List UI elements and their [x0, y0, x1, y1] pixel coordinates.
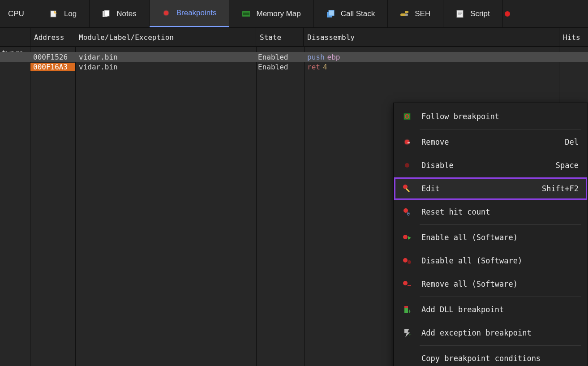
cpu-target-icon — [401, 111, 413, 122]
breakpoint-rows: 000F1526 vidar.bin Enabled pushebp 000F1… — [0, 52, 588, 72]
col-hits[interactable]: Hits — [559, 28, 588, 46]
enable-all-icon — [401, 232, 413, 243]
bp-disassembly: pushebp — [304, 53, 559, 61]
svg-rect-10 — [405, 11, 408, 13]
notes-icon — [102, 10, 110, 18]
ctx-shortcut: Space — [556, 161, 579, 170]
bp-module: vidar.bin — [75, 53, 256, 61]
breakpoint-icon — [162, 9, 170, 17]
svg-rect-0 — [51, 11, 56, 17]
svg-rect-26 — [408, 285, 411, 286]
ctx-reset-hit-count[interactable]: 0 Reset hit count — [394, 200, 588, 224]
ctx-add-dll-breakpoint[interactable]: + Add DLL breakpoint — [394, 298, 588, 321]
ctx-copy-conditions[interactable]: Copy breakpoint conditions — [394, 347, 588, 366]
seh-icon — [400, 10, 408, 18]
col-state[interactable]: State — [256, 28, 304, 46]
main-tabbar: CPU Log Notes Breakpoints Memory Map Cal… — [0, 0, 588, 28]
svg-rect-19 — [406, 188, 410, 192]
tab-cpu-label: CPU — [8, 9, 24, 18]
bp-state: Enabled — [256, 53, 304, 61]
tab-log[interactable]: Log — [37, 0, 90, 27]
disable-all-icon — [401, 255, 413, 266]
svg-point-25 — [403, 281, 408, 285]
svg-point-15 — [505, 11, 510, 17]
svg-point-9 — [405, 13, 408, 16]
col-module[interactable]: Module/Label/Exception — [75, 28, 256, 46]
remove-all-icon — [401, 279, 413, 289]
tab-notes[interactable]: Notes — [90, 0, 149, 27]
reset-count-icon: 0 — [401, 207, 413, 217]
tab-memory-map-label: Memory Map — [256, 9, 300, 18]
tab-call-stack[interactable]: Call Stack — [314, 0, 388, 27]
svg-rect-7 — [329, 10, 334, 16]
ctx-shortcut: Del — [565, 138, 579, 146]
tab-seh[interactable]: SEH — [388, 0, 443, 27]
script-icon — [456, 10, 464, 18]
breakpoints-grid[interactable]: tware 000F1526 vidar.bin Enabled pushebp… — [0, 47, 588, 366]
svg-rect-5 — [243, 13, 249, 15]
bp-address: 000F16A3 — [30, 63, 75, 71]
ctx-follow-breakpoint[interactable]: Follow breakpoint — [394, 105, 588, 128]
breakpoint-row[interactable]: 000F1526 vidar.bin Enabled pushebp — [0, 52, 588, 62]
dll-add-icon: + — [401, 304, 413, 315]
tab-breakpoints[interactable]: Breakpoints — [150, 0, 230, 27]
svg-rect-3 — [104, 10, 109, 16]
tab-notes-label: Notes — [116, 9, 136, 18]
tab-breakpoints-label: Breakpoints — [176, 9, 217, 17]
ctx-edit[interactable]: Edit Shift+F2 — [394, 177, 588, 200]
breakpoints-column-headers: Address Module/Label/Exception State Dis… — [0, 28, 588, 47]
svg-text:0: 0 — [407, 211, 410, 216]
bp-module: vidar.bin — [75, 63, 256, 71]
tab-call-stack-label: Call Stack — [341, 9, 375, 18]
blank-icon — [401, 353, 413, 364]
svg-point-23 — [403, 258, 408, 263]
bp-state: Enabled — [256, 63, 304, 71]
log-icon — [50, 10, 58, 18]
tab-overflow-indicator[interactable] — [503, 0, 512, 27]
ctx-remove[interactable]: Remove Del — [394, 130, 588, 154]
svg-rect-11 — [457, 10, 463, 17]
ctx-remove-all[interactable]: Remove all (Software) — [394, 272, 588, 296]
breakpoint-remove-icon — [401, 137, 413, 147]
tab-memory-map[interactable]: Memory Map — [229, 0, 313, 27]
breakpoint-context-menu: Follow breakpoint Remove Del Disable Spa… — [393, 103, 588, 366]
breakpoint-row[interactable]: 000F16A3 vidar.bin Enabled ret4 — [0, 62, 588, 72]
ctx-shortcut: Shift+F2 — [542, 184, 579, 193]
breakpoint-disable-icon — [401, 160, 413, 171]
svg-text:+: + — [408, 332, 412, 337]
breakpoint-edit-icon — [401, 183, 413, 194]
svg-point-22 — [403, 235, 408, 239]
tab-cpu[interactable]: CPU — [0, 0, 37, 27]
tab-script-label: Script — [470, 9, 489, 18]
ctx-enable-all[interactable]: Enable all (Software) — [394, 226, 588, 249]
col-type[interactable] — [0, 28, 30, 46]
ctx-disable[interactable]: Disable Space — [394, 154, 588, 177]
ctx-disable-all[interactable]: Disable all (Software) — [394, 249, 588, 272]
tab-script[interactable]: Script — [443, 0, 502, 27]
svg-point-24 — [408, 260, 411, 264]
svg-rect-28 — [404, 306, 408, 308]
svg-text:+: + — [408, 308, 411, 314]
col-address[interactable]: Address — [30, 28, 75, 46]
tab-log-label: Log — [64, 9, 77, 18]
bp-disassembly: ret4 — [304, 63, 559, 71]
memory-icon — [242, 10, 250, 18]
exception-add-icon: + — [401, 327, 413, 338]
ctx-add-exception-breakpoint[interactable]: + Add exception breakpoint — [394, 321, 588, 344]
tab-seh-label: SEH — [415, 9, 430, 18]
callstack-icon — [326, 10, 335, 18]
col-disassembly[interactable]: Disassembly — [304, 28, 559, 46]
bp-address: 000F1526 — [30, 53, 75, 61]
